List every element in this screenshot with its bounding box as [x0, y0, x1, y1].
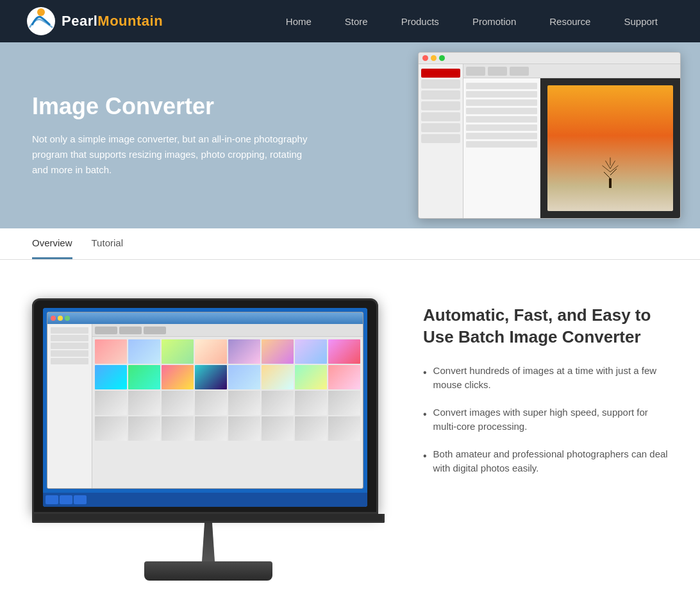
- photo-22: [262, 391, 294, 415]
- photo-25: [95, 416, 127, 441]
- monitor-neck: [196, 523, 221, 561]
- logo[interactable]: PearlMountain: [26, 6, 163, 37]
- photo-32: [328, 416, 360, 441]
- sidebar-item-3: [421, 90, 460, 99]
- toolbar-btn-2: [488, 67, 507, 76]
- screenshot-toolbar: [463, 64, 680, 78]
- photo-4: [195, 339, 227, 364]
- nav-products[interactable]: Products: [385, 0, 456, 42]
- taskbar-btn-3: [74, 495, 87, 504]
- wtb-btn-1: [95, 327, 117, 334]
- photo-13: [228, 365, 260, 389]
- toolbar-btn-1: [466, 67, 485, 76]
- window-toolbar2: [92, 324, 363, 337]
- bullet-2: •: [423, 407, 427, 422]
- hero-text: Image Converter Not only a simple image …: [32, 93, 314, 178]
- setting-row-6: [466, 124, 537, 131]
- screen-taskbar: [43, 493, 367, 507]
- maximize-dot: [439, 55, 445, 61]
- nav-home[interactable]: Home: [269, 0, 328, 42]
- screenshot-body: [419, 64, 680, 218]
- taskbar-btn-1: [46, 495, 58, 504]
- tab-tutorial[interactable]: Tutorial: [92, 228, 123, 259]
- nav-support[interactable]: Support: [607, 0, 674, 42]
- photo-29: [228, 416, 260, 441]
- photo-28: [195, 416, 227, 441]
- bullet-1: •: [423, 365, 427, 380]
- win-s-item-3: [51, 343, 88, 349]
- photo-24: [328, 391, 360, 415]
- feature-text-3: Both amateur and professional photograph…: [433, 447, 668, 476]
- taskbar-btn-2: [60, 495, 72, 504]
- hero-description: Not only a simple image converter, but a…: [32, 132, 314, 178]
- screenshot-settings: [463, 78, 540, 218]
- win-s-item-5: [51, 358, 88, 364]
- win-s-item-1: [51, 327, 88, 334]
- monitor-wrap: [32, 298, 385, 581]
- logo-icon: [26, 6, 56, 37]
- screenshot-sidebar: [419, 64, 463, 218]
- screen-window: [47, 312, 363, 489]
- toolbar-btn-3: [510, 67, 529, 76]
- photo-5: [228, 339, 260, 364]
- screenshot-content: [463, 78, 680, 218]
- sidebar-item-2: [421, 80, 460, 89]
- feature-list: • Convert hundreds of images at a time w…: [423, 364, 668, 476]
- photo-20: [195, 391, 227, 415]
- photo-1: [95, 339, 127, 364]
- sidebar-item-6: [421, 123, 460, 132]
- photo-18: [128, 391, 160, 415]
- photo-grid: [92, 337, 363, 443]
- monitor: [32, 298, 378, 514]
- photo-10: [128, 365, 160, 389]
- sidebar-item-7: [421, 134, 460, 143]
- tabs-bar: Overview Tutorial: [0, 228, 700, 260]
- win-maximize: [65, 316, 70, 321]
- setting-row-3: [466, 99, 537, 106]
- hero-section: Image Converter Not only a simple image …: [0, 42, 700, 228]
- feature-text-1: Convert hundreds of images at a time wit…: [433, 364, 668, 393]
- setting-row-5: [466, 116, 537, 123]
- win-s-item-2: [51, 335, 88, 341]
- setting-row-2: [466, 91, 537, 98]
- sidebar-item-1: [421, 69, 460, 78]
- tab-overview[interactable]: Overview: [32, 228, 72, 259]
- features-title: Automatic, Fast, and Easy to Use Batch I…: [423, 305, 668, 348]
- wtb-btn-2: [119, 327, 142, 334]
- nav-resource[interactable]: Resource: [533, 0, 607, 42]
- screenshot-titlebar: [419, 53, 680, 64]
- photo-14: [262, 365, 294, 389]
- feature-text-2: Convert images with super high speed, su…: [433, 405, 668, 434]
- screenshot-main: [463, 64, 680, 218]
- monitor-screen: [43, 308, 367, 507]
- navbar: PearlMountain Home Store Products Promot…: [0, 0, 700, 42]
- wtb-btn-3: [144, 327, 166, 334]
- close-dot: [422, 55, 428, 61]
- window-sidebar: [47, 324, 92, 488]
- svg-line-3: [604, 172, 610, 178]
- window-main: [92, 324, 363, 488]
- photo-26: [128, 416, 160, 441]
- setting-row-8: [466, 141, 537, 148]
- preview-image: [547, 85, 673, 211]
- photo-2: [128, 339, 160, 364]
- nav-promotion[interactable]: Promotion: [456, 0, 533, 42]
- photo-12: [195, 365, 227, 389]
- window-body: [47, 324, 363, 488]
- logo-text: PearlMountain: [62, 13, 163, 30]
- photo-3: [162, 339, 194, 364]
- feature-item-2: • Convert images with super high speed, …: [423, 405, 668, 434]
- setting-row-1: [466, 83, 537, 89]
- sidebar-item-4: [421, 101, 460, 110]
- monitor-chin: [32, 514, 385, 523]
- sidebar-item-5: [421, 112, 460, 121]
- monitor-base: [144, 561, 272, 581]
- win-minimize: [58, 316, 63, 321]
- nav-store[interactable]: Store: [328, 0, 385, 42]
- photo-16: [328, 365, 360, 389]
- features-section: Automatic, Fast, and Easy to Use Batch I…: [423, 298, 668, 489]
- hero-title: Image Converter: [32, 93, 314, 120]
- win-close: [51, 316, 56, 321]
- svg-point-1: [37, 8, 45, 16]
- hero-screenshot: [418, 52, 681, 219]
